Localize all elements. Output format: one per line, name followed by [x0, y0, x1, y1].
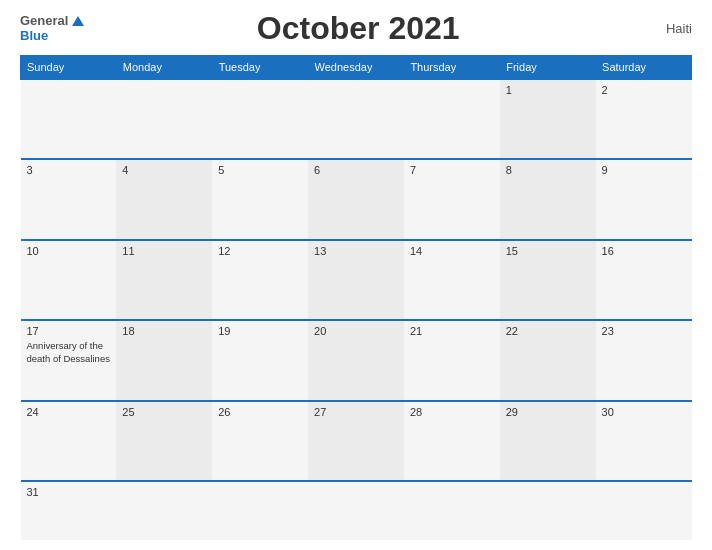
day-header-sunday: Sunday	[21, 56, 117, 80]
day-number: 8	[506, 164, 590, 176]
calendar-cell: 18	[116, 320, 212, 400]
calendar-cell	[212, 481, 308, 540]
calendar-page: General Blue October 2021 Haiti SundayMo…	[0, 0, 712, 550]
calendar-cell: 5	[212, 159, 308, 239]
day-number: 1	[506, 84, 590, 96]
calendar-cell	[116, 481, 212, 540]
day-number: 23	[602, 325, 686, 337]
day-header-friday: Friday	[500, 56, 596, 80]
calendar-cell: 23	[596, 320, 692, 400]
day-number: 13	[314, 245, 398, 257]
calendar-cell: 9	[596, 159, 692, 239]
calendar-cell: 14	[404, 240, 500, 320]
day-number: 11	[122, 245, 206, 257]
calendar-table: SundayMondayTuesdayWednesdayThursdayFrid…	[20, 55, 692, 540]
calendar-cell: 29	[500, 401, 596, 481]
calendar-cell: 3	[21, 159, 117, 239]
day-number: 27	[314, 406, 398, 418]
day-number: 26	[218, 406, 302, 418]
day-number: 19	[218, 325, 302, 337]
calendar-title: October 2021	[84, 10, 632, 47]
day-number: 24	[27, 406, 111, 418]
calendar-cell: 20	[308, 320, 404, 400]
calendar-cell: 4	[116, 159, 212, 239]
day-number: 22	[506, 325, 590, 337]
calendar-week-row: 17Anniversary of the death of Dessalines…	[21, 320, 692, 400]
calendar-cell: 26	[212, 401, 308, 481]
day-number: 21	[410, 325, 494, 337]
calendar-cell: 13	[308, 240, 404, 320]
day-number: 6	[314, 164, 398, 176]
calendar-cell: 22	[500, 320, 596, 400]
calendar-cell: 6	[308, 159, 404, 239]
calendar-cell: 21	[404, 320, 500, 400]
calendar-cell	[212, 79, 308, 159]
calendar-cell: 31	[21, 481, 117, 540]
calendar-cell: 15	[500, 240, 596, 320]
day-header-monday: Monday	[116, 56, 212, 80]
calendar-week-row: 24252627282930	[21, 401, 692, 481]
calendar-cell	[21, 79, 117, 159]
day-number: 7	[410, 164, 494, 176]
calendar-week-row: 3456789	[21, 159, 692, 239]
day-number: 15	[506, 245, 590, 257]
day-number: 31	[27, 486, 111, 498]
day-number: 5	[218, 164, 302, 176]
day-number: 25	[122, 406, 206, 418]
calendar-body: 1234567891011121314151617Anniversary of …	[21, 79, 692, 540]
calendar-cell	[404, 481, 500, 540]
calendar-cell: 17Anniversary of the death of Dessalines	[21, 320, 117, 400]
day-number: 29	[506, 406, 590, 418]
calendar-week-row: 31	[21, 481, 692, 540]
calendar-cell	[596, 481, 692, 540]
calendar-cell: 11	[116, 240, 212, 320]
logo-general: General	[20, 14, 68, 28]
day-number: 16	[602, 245, 686, 257]
day-number: 2	[602, 84, 686, 96]
day-header-saturday: Saturday	[596, 56, 692, 80]
day-number: 3	[27, 164, 111, 176]
day-header-wednesday: Wednesday	[308, 56, 404, 80]
calendar-cell: 28	[404, 401, 500, 481]
country-label: Haiti	[632, 21, 692, 36]
event-label: Anniversary of the death of Dessalines	[27, 340, 110, 364]
day-number: 17	[27, 325, 111, 337]
calendar-cell: 24	[21, 401, 117, 481]
calendar-cell: 12	[212, 240, 308, 320]
calendar-cell: 16	[596, 240, 692, 320]
day-number: 10	[27, 245, 111, 257]
day-number: 4	[122, 164, 206, 176]
calendar-cell: 27	[308, 401, 404, 481]
day-number: 9	[602, 164, 686, 176]
day-header-thursday: Thursday	[404, 56, 500, 80]
calendar-cell	[404, 79, 500, 159]
day-number: 14	[410, 245, 494, 257]
calendar-header-row: SundayMondayTuesdayWednesdayThursdayFrid…	[21, 56, 692, 80]
day-number: 28	[410, 406, 494, 418]
logo: General Blue	[20, 14, 84, 43]
day-number: 20	[314, 325, 398, 337]
calendar-cell	[308, 481, 404, 540]
calendar-cell: 19	[212, 320, 308, 400]
day-header-tuesday: Tuesday	[212, 56, 308, 80]
calendar-header: General Blue October 2021 Haiti	[20, 10, 692, 47]
day-number: 18	[122, 325, 206, 337]
calendar-cell: 8	[500, 159, 596, 239]
day-number: 12	[218, 245, 302, 257]
calendar-cell	[116, 79, 212, 159]
logo-triangle-icon	[72, 16, 84, 26]
day-number: 30	[602, 406, 686, 418]
calendar-cell: 7	[404, 159, 500, 239]
calendar-cell	[308, 79, 404, 159]
calendar-cell	[500, 481, 596, 540]
calendar-cell: 1	[500, 79, 596, 159]
logo-blue: Blue	[20, 29, 48, 43]
calendar-cell: 30	[596, 401, 692, 481]
calendar-week-row: 12	[21, 79, 692, 159]
calendar-week-row: 10111213141516	[21, 240, 692, 320]
calendar-cell: 25	[116, 401, 212, 481]
calendar-cell: 10	[21, 240, 117, 320]
calendar-cell: 2	[596, 79, 692, 159]
